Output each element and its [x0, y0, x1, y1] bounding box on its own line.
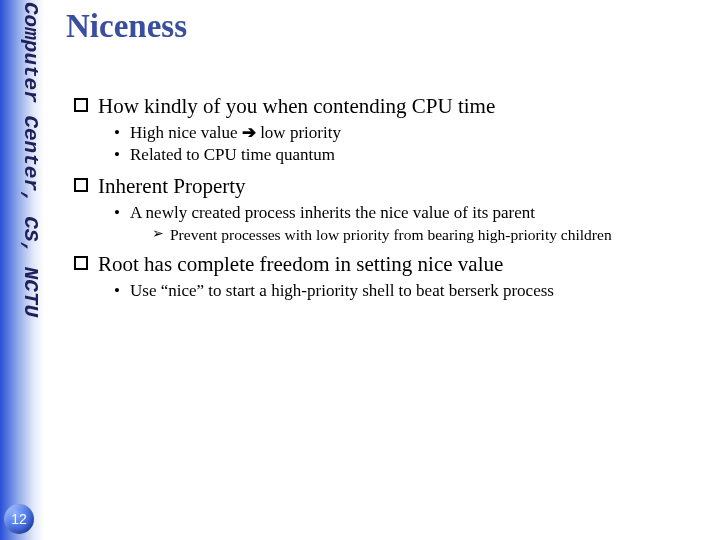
page-number-badge: 12: [4, 504, 34, 534]
bullet-text: How kindly of you when contending CPU ti…: [98, 94, 495, 118]
subsub-text: Prevent processes with low priority from…: [170, 226, 612, 243]
sub-text-post: low priority: [256, 123, 341, 142]
sidebar-org: Computer Center, CS, NCTU: [19, 2, 42, 342]
sub-text: A newly created process inherits the nic…: [130, 203, 535, 222]
arrow-icon: ➔: [242, 123, 256, 142]
bullet-item: How kindly of you when contending CPU ti…: [72, 93, 706, 167]
sidebar-gradient: Computer Center, CS, NCTU: [0, 0, 44, 540]
sub-text: Use “nice” to start a high-priority shel…: [130, 281, 554, 300]
sub-text-pre: High nice value: [130, 123, 242, 142]
subsub-list: Prevent processes with low priority from…: [130, 225, 706, 245]
bullet-item: Root has complete freedom in setting nic…: [72, 251, 706, 302]
sub-list: A newly created process inherits the nic…: [98, 202, 706, 246]
slide-title: Niceness: [66, 8, 706, 45]
sub-item: Related to CPU time quantum: [112, 144, 706, 166]
sidebar-org-wrap: Computer Center, CS, NCTU: [2, 2, 42, 342]
bullet-text: Inherent Property: [98, 174, 246, 198]
bullet-text: Root has complete freedom in setting nic…: [98, 252, 503, 276]
sub-text: Related to CPU time quantum: [130, 145, 335, 164]
sub-item: Use “nice” to start a high-priority shel…: [112, 280, 706, 302]
bullet-item: Inherent Property A newly created proces…: [72, 173, 706, 245]
bullet-list: How kindly of you when contending CPU ti…: [66, 93, 706, 303]
sub-list: Use “nice” to start a high-priority shel…: [98, 280, 706, 302]
slide-content: Niceness How kindly of you when contendi…: [66, 8, 706, 309]
sub-list: High nice value ➔ low priority Related t…: [98, 122, 706, 167]
sub-item: A newly created process inherits the nic…: [112, 202, 706, 246]
sub-item: High nice value ➔ low priority: [112, 122, 706, 144]
subsub-item: Prevent processes with low priority from…: [152, 225, 706, 245]
